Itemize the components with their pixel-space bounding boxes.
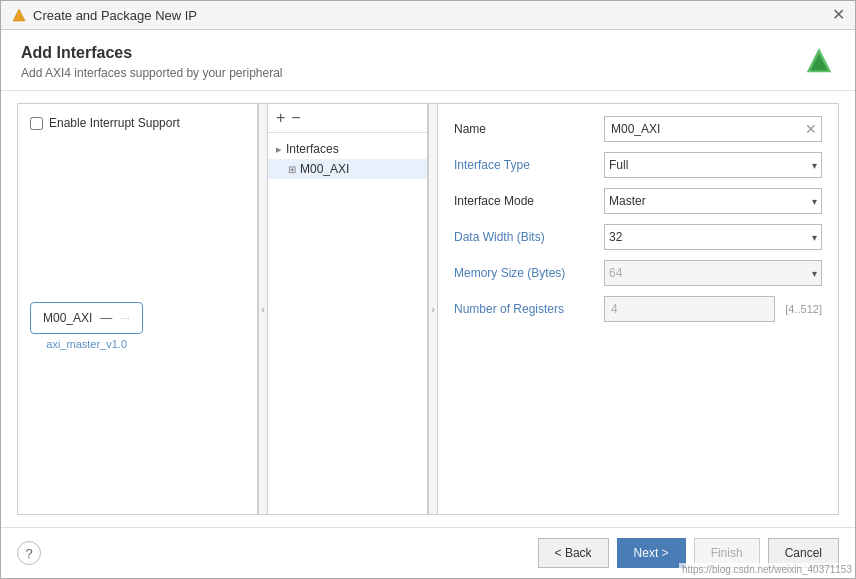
content: Add Interfaces Add AXI4 interfaces suppo… bbox=[1, 30, 855, 578]
interrupt-label: Enable Interrupt Support bbox=[49, 116, 180, 130]
chevron-down-icon: ▾ bbox=[812, 160, 817, 171]
memory-size-row: Memory Size (Bytes) 64 ▾ bbox=[454, 260, 822, 286]
interface-mode-label: Interface Mode bbox=[454, 194, 594, 208]
footer-left: ? bbox=[17, 541, 41, 565]
help-button[interactable]: ? bbox=[17, 541, 41, 565]
page-subtitle: Add AXI4 interfaces supported by your pe… bbox=[21, 66, 835, 80]
middle-panel: + − ▸ Interfaces ⊞ M00_AXI bbox=[268, 104, 428, 514]
watermark: https://blog.csdn.net/weixin_40371153 bbox=[679, 563, 855, 576]
ip-block-name: M00_AXI bbox=[43, 311, 92, 325]
right-collapse-button[interactable]: › bbox=[428, 104, 438, 514]
clear-name-button[interactable]: ✕ bbox=[805, 122, 817, 136]
data-width-value: 32 bbox=[609, 230, 622, 244]
right-panel: Name M00_AXI ✕ Interface Type Full ▾ bbox=[438, 104, 838, 514]
chevron-down-icon-4: ▾ bbox=[812, 268, 817, 279]
title-bar: Create and Package New IP ✕ bbox=[1, 1, 855, 30]
ip-block-dots: ⋯ bbox=[120, 313, 130, 324]
main-area: Enable Interrupt Support M00_AXI — ⋯ axi… bbox=[17, 103, 839, 515]
next-button[interactable]: Next > bbox=[617, 538, 686, 568]
interrupt-checkbox[interactable] bbox=[30, 117, 43, 130]
num-registers-label: Number of Registers bbox=[454, 302, 594, 316]
tree-item-icon: ⊞ bbox=[288, 164, 296, 175]
interface-type-label: Interface Type bbox=[454, 158, 594, 172]
header-section: Add Interfaces Add AXI4 interfaces suppo… bbox=[1, 30, 855, 91]
num-registers-range: [4..512] bbox=[785, 303, 822, 315]
svg-marker-0 bbox=[13, 9, 25, 21]
close-button[interactable]: ✕ bbox=[832, 7, 845, 23]
title-bar-left: Create and Package New IP bbox=[11, 7, 197, 23]
tree-item-label: M00_AXI bbox=[300, 162, 349, 176]
remove-interface-button[interactable]: − bbox=[291, 110, 300, 126]
add-interface-button[interactable]: + bbox=[276, 110, 285, 126]
name-input[interactable]: M00_AXI ✕ bbox=[604, 116, 822, 142]
diagram-area: M00_AXI — ⋯ axi_master_v1.0 bbox=[30, 150, 143, 502]
num-registers-input[interactable] bbox=[604, 296, 775, 322]
num-registers-row: Number of Registers [4..512] bbox=[454, 296, 822, 322]
ip-block-dash: — bbox=[100, 311, 112, 325]
tree-item-m00axi[interactable]: ⊞ M00_AXI bbox=[268, 159, 427, 179]
name-label: Name bbox=[454, 122, 594, 136]
data-width-row: Data Width (Bits) 32 ▾ bbox=[454, 224, 822, 250]
app-logo bbox=[803, 46, 835, 81]
interface-mode-value: Master bbox=[609, 194, 646, 208]
data-width-select[interactable]: 32 ▾ bbox=[604, 224, 822, 250]
dialog: Create and Package New IP ✕ Add Interfac… bbox=[0, 0, 856, 579]
chevron-down-icon-3: ▾ bbox=[812, 232, 817, 243]
chevron-down-icon-2: ▾ bbox=[812, 196, 817, 207]
back-button[interactable]: < Back bbox=[538, 538, 609, 568]
dialog-title: Create and Package New IP bbox=[33, 8, 197, 23]
vivado-logo-icon bbox=[803, 46, 835, 78]
tree-area: ▸ Interfaces ⊞ M00_AXI bbox=[268, 133, 427, 185]
interface-mode-row: Interface Mode Master ▾ bbox=[454, 188, 822, 214]
memory-size-value: 64 bbox=[609, 266, 622, 280]
interface-mode-select[interactable]: Master ▾ bbox=[604, 188, 822, 214]
name-row: Name M00_AXI ✕ bbox=[454, 116, 822, 142]
interfaces-label: Interfaces bbox=[286, 142, 339, 156]
ip-label: axi_master_v1.0 bbox=[46, 338, 127, 350]
page-title: Add Interfaces bbox=[21, 44, 835, 62]
data-width-label: Data Width (Bits) bbox=[454, 230, 594, 244]
left-panel: Enable Interrupt Support M00_AXI — ⋯ axi… bbox=[18, 104, 258, 514]
interface-type-select[interactable]: Full ▾ bbox=[604, 152, 822, 178]
interface-type-row: Interface Type Full ▾ bbox=[454, 152, 822, 178]
left-collapse-button[interactable]: ‹ bbox=[258, 104, 268, 514]
tree-section-label: ▸ Interfaces bbox=[268, 139, 427, 159]
ip-block: M00_AXI — ⋯ bbox=[30, 302, 143, 334]
name-value: M00_AXI bbox=[611, 122, 660, 136]
memory-size-label: Memory Size (Bytes) bbox=[454, 266, 594, 280]
folder-icon: ▸ bbox=[276, 143, 282, 156]
interface-type-value: Full bbox=[609, 158, 628, 172]
middle-toolbar: + − bbox=[268, 104, 427, 133]
app-icon bbox=[11, 7, 27, 23]
memory-size-select: 64 ▾ bbox=[604, 260, 822, 286]
interrupt-row: Enable Interrupt Support bbox=[30, 116, 180, 130]
